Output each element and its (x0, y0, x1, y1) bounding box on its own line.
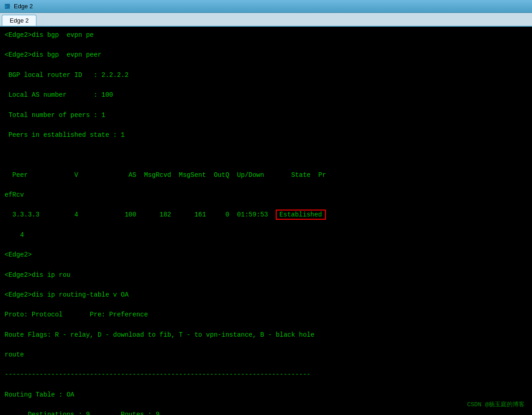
line-5: Total number of peers : 1 (5, 111, 527, 121)
line-19: Routing Table : OA (5, 390, 527, 400)
title-bar-text: Edge 2 (14, 3, 33, 10)
line-20: Destinations : 9 Routes : 9 (5, 410, 527, 415)
line-18: ----------------------------------------… (5, 370, 527, 380)
line-4: Local AS number : 100 (5, 90, 527, 100)
line-15: Proto: Protocol Pre: Preference (5, 310, 527, 320)
title-bar: >_ Edge 2 (0, 0, 532, 13)
line-11: 4 (5, 230, 527, 240)
tab-bar: Edge 2 (0, 13, 532, 27)
line-12: <Edge2> (5, 250, 527, 260)
line-8: Peer V AS MsgRcvd MsgSent OutQ Up/Down S… (5, 170, 527, 181)
line-3: BGP local router ID : 2.2.2.2 (5, 70, 527, 81)
svg-text:>_: >_ (5, 5, 10, 9)
line-2: <Edge2>dis bgp evpn peer (5, 50, 527, 60)
line-1: <Edge2>dis bgp evpn pe (5, 30, 527, 41)
line-14: <Edge2>dis ip routing-table v OA (5, 290, 527, 300)
tab-edge2[interactable]: Edge 2 (2, 15, 36, 26)
line-10: 3.3.3.3 4 100 182 161 0 01:59:53 Establi… (5, 210, 527, 220)
terminal-content: <Edge2>dis bgp evpn pe <Edge2>dis bgp ev… (5, 30, 527, 415)
established-badge: Established (276, 210, 325, 220)
line-6: Peers in established state : 1 (5, 130, 527, 140)
line-7 (5, 150, 527, 160)
app-icon: >_ (4, 3, 11, 10)
line-9: efRcv (5, 190, 527, 200)
line-17: route (5, 350, 527, 360)
line-13: <Edge2>dis ip rou (5, 270, 527, 281)
watermark: CSDN @杨玉庭的博客 (467, 400, 525, 409)
line-16: Route Flags: R - relay, D - download to … (5, 330, 527, 340)
terminal[interactable]: <Edge2>dis bgp evpn pe <Edge2>dis bgp ev… (0, 27, 532, 415)
